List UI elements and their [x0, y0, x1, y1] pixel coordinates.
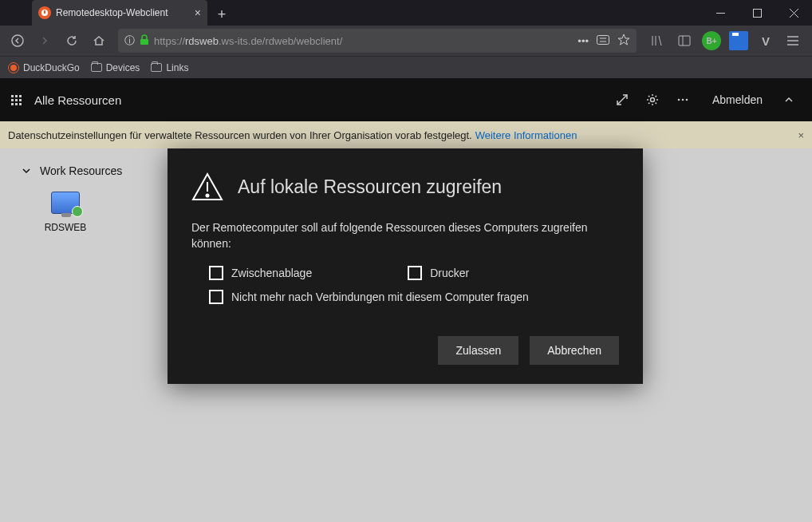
svg-rect-15 — [679, 36, 690, 45]
window-controls — [702, 0, 812, 26]
dont-ask-checkbox[interactable]: Nicht mehr nach Verbindungen mit diesem … — [209, 290, 619, 304]
svg-marker-11 — [618, 34, 629, 45]
dialog-title: Auf lokale Ressourcen zugreifen — [238, 176, 502, 198]
svg-point-23 — [682, 99, 684, 101]
tab-title: Remotedesktop-Webclient — [56, 7, 168, 18]
sidebar-icon[interactable] — [675, 31, 694, 50]
checkbox-label: Nicht mehr nach Verbindungen mit diesem … — [231, 291, 529, 303]
bookmark-links[interactable]: Links — [151, 62, 188, 73]
nav-reload-button[interactable] — [59, 28, 85, 53]
window-maximize-icon[interactable] — [739, 0, 775, 26]
duckduckgo-icon — [8, 62, 19, 73]
settings-gear-icon[interactable] — [637, 93, 668, 107]
svg-line-14 — [659, 36, 661, 45]
info-close-icon[interactable]: × — [798, 129, 804, 141]
logout-link[interactable]: Abmelden — [712, 93, 763, 106]
tab-close-icon[interactable]: × — [195, 6, 201, 19]
reader-icon[interactable] — [597, 35, 609, 47]
svg-point-22 — [678, 99, 680, 101]
svg-rect-7 — [140, 39, 148, 45]
workspace-area: Work Resources RDSWEB Auf lokale Ressour… — [0, 148, 812, 522]
local-resources-dialog: Auf lokale Ressourcen zugreifen Der Remo… — [168, 148, 643, 384]
resource-label: RDSWEB — [34, 222, 97, 233]
folder-icon — [151, 63, 162, 72]
new-tab-button[interactable]: + — [211, 3, 233, 26]
bookmark-label: Links — [166, 62, 188, 73]
chevron-down-icon — [21, 165, 32, 176]
svg-point-21 — [650, 98, 654, 102]
clipboard-checkbox[interactable]: Zwischenablage — [209, 266, 312, 280]
svg-rect-1 — [44, 10, 45, 14]
page-content: Alle Ressourcen Abmelden Datenschutzeins… — [0, 78, 812, 522]
browser-titlebar: Remotedesktop-Webclient × + — [0, 0, 812, 26]
library-icon[interactable] — [648, 31, 667, 50]
addon-v-icon[interactable]: V — [756, 31, 775, 50]
nav-home-button[interactable] — [86, 28, 112, 53]
warning-triangle-icon — [191, 171, 223, 203]
svg-line-20 — [617, 95, 627, 105]
addon-badge-icon[interactable]: B+ — [702, 31, 721, 50]
lock-icon — [140, 34, 149, 48]
window-minimize-icon[interactable] — [702, 0, 739, 26]
apps-grid-icon[interactable] — [11, 95, 22, 105]
info-text: Datenschutzeinstellungen für verwaltete … — [8, 129, 472, 141]
checkbox-icon — [408, 266, 422, 280]
info-link[interactable]: Weitere Informationen — [475, 129, 577, 141]
cancel-button[interactable]: Abbrechen — [530, 336, 619, 365]
chevron-up-icon[interactable] — [777, 93, 801, 107]
save-icon[interactable] — [729, 31, 748, 50]
app-toolbar: Alle Ressourcen Abmelden — [0, 78, 812, 121]
resource-item[interactable]: RDSWEB — [34, 192, 97, 233]
checkbox-icon — [209, 290, 223, 304]
toolbar-addons: B+ V — [643, 31, 807, 50]
nav-back-button[interactable] — [5, 28, 30, 53]
online-badge-icon — [72, 206, 83, 217]
svg-rect-8 — [597, 35, 609, 44]
checkbox-label: Zwischenablage — [231, 267, 312, 279]
folder-icon — [91, 63, 102, 72]
bookmark-duckduckgo[interactable]: DuckDuckGo — [8, 62, 80, 73]
window-close-icon[interactable] — [775, 0, 812, 26]
url-text: https://rdsweb.ws-its.de/rdweb/webclient… — [154, 35, 573, 47]
more-icon[interactable] — [668, 93, 698, 107]
allow-button[interactable]: Zulassen — [438, 336, 518, 365]
svg-point-24 — [686, 99, 688, 101]
browser-tab-active[interactable]: Remotedesktop-Webclient × — [32, 0, 207, 26]
tab-favicon — [38, 6, 51, 19]
bookmark-star-icon[interactable] — [617, 34, 630, 49]
app-title: Alle Ressourcen — [34, 93, 121, 107]
group-title: Work Resources — [40, 164, 122, 177]
url-bar[interactable]: ⓘ https://rdsweb.ws-its.de/rdweb/webclie… — [118, 29, 637, 53]
bookmark-label: DuckDuckGo — [23, 62, 80, 73]
bookmark-label: Devices — [106, 62, 140, 73]
dialog-description: Der Remotecomputer soll auf folgende Res… — [191, 220, 619, 251]
svg-rect-3 — [753, 9, 761, 17]
svg-point-6 — [12, 35, 23, 46]
app-menu-icon[interactable] — [783, 31, 802, 50]
checkbox-icon — [209, 266, 223, 280]
site-info-icon[interactable]: ⓘ — [124, 34, 135, 48]
info-banner: Datenschutzeinstellungen für verwaltete … — [0, 121, 812, 148]
bookmarks-toolbar: DuckDuckGo Devices Links — [0, 56, 812, 78]
nav-forward-button[interactable] — [32, 28, 57, 53]
page-actions-icon[interactable]: ••• — [577, 35, 589, 47]
browser-navbar: ⓘ https://rdsweb.ws-its.de/rdweb/webclie… — [0, 26, 812, 56]
bookmark-devices[interactable]: Devices — [91, 62, 140, 73]
svg-point-27 — [207, 195, 209, 197]
printer-checkbox[interactable]: Drucker — [408, 266, 469, 280]
fullscreen-icon[interactable] — [607, 93, 637, 107]
checkbox-label: Drucker — [430, 267, 469, 279]
